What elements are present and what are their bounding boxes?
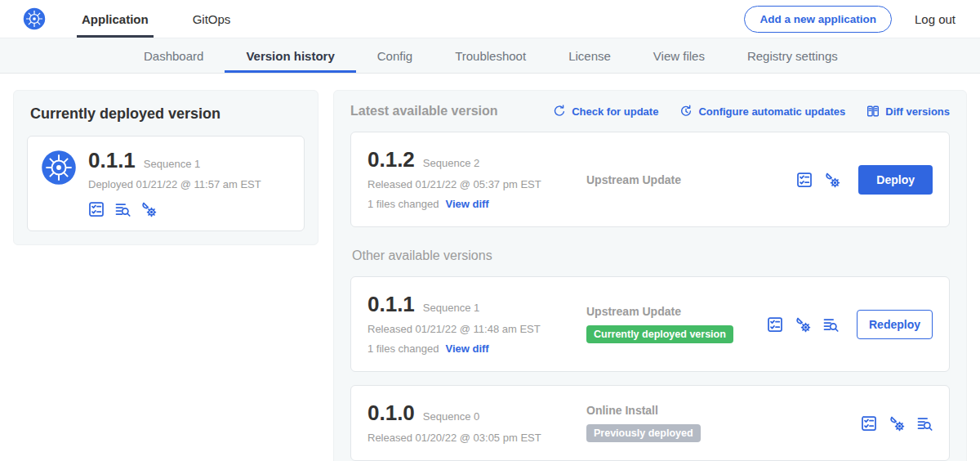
released-timestamp: Released 01/21/22 @ 11:48 am EST [368, 323, 573, 335]
tab-gitops[interactable]: GitOps [188, 0, 236, 38]
main-content: Currently deployed version 0.1.1 Sequenc… [0, 74, 980, 461]
deployed-version-card: 0.1.1 Sequence 1 Deployed 01/21/22 @ 11:… [27, 136, 305, 231]
previously-deployed-badge: Previously deployed [586, 424, 701, 442]
version-card: 0.1.0 Sequence 0 Released 01/20/22 @ 03:… [350, 385, 950, 461]
available-versions-panel: Latest available version Check for updat… [333, 90, 967, 461]
preflight-checks-icon[interactable] [796, 172, 813, 188]
preflight-checks-icon[interactable] [767, 316, 783, 333]
add-application-button[interactable]: Add a new application [744, 6, 892, 33]
version-number: 0.1.1 [368, 293, 415, 315]
version-source-label: Upstream Update [586, 173, 796, 186]
topbar: Application GitOps Add a new application… [0, 0, 980, 38]
subnav-item-troubleshoot[interactable]: Troubleshoot [434, 38, 547, 73]
version-number: 0.1.0 [368, 402, 415, 423]
logout-button[interactable]: Log out [915, 12, 956, 26]
released-timestamp: Released 01/21/22 @ 05:37 pm EST [368, 178, 573, 190]
auto-update-clock-icon [679, 105, 693, 118]
view-diff-link[interactable]: View diff [445, 198, 488, 210]
deploy-button[interactable]: Deploy [858, 165, 933, 195]
deployed-version-number: 0.1.1 [88, 150, 136, 171]
kubernetes-logo-icon[interactable] [23, 7, 46, 30]
files-changed-label: 1 files changed [368, 198, 439, 210]
config-icon[interactable] [140, 201, 157, 217]
tab-application[interactable]: Application [77, 0, 154, 38]
deployed-panel-title: Currently deployed version [30, 105, 305, 123]
version-number: 0.1.2 [368, 149, 415, 170]
subnav-item-license[interactable]: License [547, 38, 632, 73]
config-icon[interactable] [889, 415, 905, 432]
deployed-sequence-label: Sequence 1 [144, 158, 200, 170]
preflight-checks-icon[interactable] [88, 201, 105, 217]
diff-versions-link[interactable]: Diff versions [866, 105, 950, 118]
refresh-icon [553, 105, 566, 118]
version-source-label: Upstream Update [586, 305, 767, 318]
subnav-item-registry-settings[interactable]: Registry settings [726, 38, 859, 73]
app-kubernetes-icon [41, 150, 77, 217]
sequence-label: Sequence 2 [423, 157, 479, 169]
sequence-label: Sequence 1 [423, 302, 479, 314]
version-source-label: Online Install [586, 404, 861, 417]
topbar-tabs: Application GitOps [77, 0, 270, 38]
files-changed-label: 1 files changed [368, 342, 439, 355]
config-icon[interactable] [795, 316, 811, 333]
subnav: Dashboard Version history Config Trouble… [0, 38, 980, 74]
released-timestamp: Released 01/20/22 @ 03:05 pm EST [368, 432, 573, 444]
subnav-item-dashboard[interactable]: Dashboard [122, 38, 225, 73]
version-card: 0.1.1 Sequence 1 Released 01/21/22 @ 11:… [350, 276, 950, 372]
check-for-update-link[interactable]: Check for update [553, 105, 658, 118]
sequence-label: Sequence 0 [423, 410, 479, 423]
version-card-latest: 0.1.2 Sequence 2 Released 01/21/22 @ 05:… [350, 132, 950, 227]
preflight-checks-icon[interactable] [861, 415, 877, 432]
subnav-item-config[interactable]: Config [356, 38, 434, 73]
view-files-icon[interactable] [916, 415, 933, 432]
config-icon[interactable] [824, 172, 840, 188]
currently-deployed-panel: Currently deployed version 0.1.1 Sequenc… [13, 90, 318, 245]
configure-automatic-updates-link[interactable]: Configure automatic updates [679, 105, 845, 118]
currently-deployed-badge: Currently deployed version [586, 325, 733, 343]
view-files-icon[interactable] [822, 316, 839, 333]
subnav-item-version-history[interactable]: Version history [225, 38, 355, 73]
view-files-icon[interactable] [114, 201, 131, 217]
topbar-right: Add a new application Log out [744, 6, 956, 33]
available-panel-title: Latest available version [350, 104, 498, 119]
diff-versions-icon [866, 105, 880, 118]
subnav-item-view-files[interactable]: View files [632, 38, 726, 73]
other-versions-title: Other available versions [352, 248, 950, 263]
redeploy-button[interactable]: Redeploy [857, 310, 933, 339]
view-diff-link[interactable]: View diff [445, 342, 488, 355]
deployed-timestamp: Deployed 01/21/22 @ 11:57 am EST [88, 178, 261, 190]
